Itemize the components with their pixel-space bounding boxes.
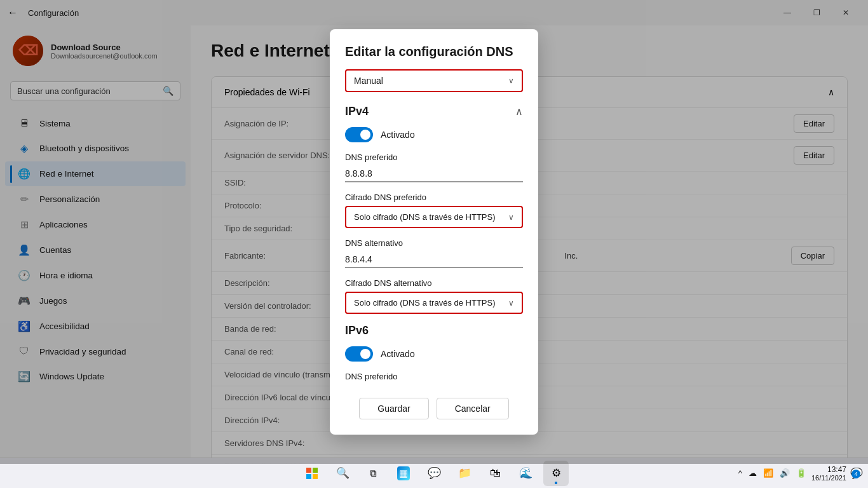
tray-sound-icon[interactable]: 🔊	[778, 467, 791, 479]
mode-dropdown-value: Manual	[354, 76, 383, 86]
ipv6-section-header: IPv6	[345, 324, 523, 337]
cancel-button[interactable]: Cancelar	[437, 398, 509, 419]
taskbar-settings-button[interactable]: ⚙	[543, 461, 569, 486]
tray-cloud-icon[interactable]: ☁	[747, 467, 758, 479]
preferred-enc-chevron: ∨	[508, 213, 514, 222]
taskbar-search-button[interactable]: 🔍	[330, 461, 355, 486]
taskview-icon: ⧉	[370, 468, 377, 479]
ipv4-section-header: IPv4 ∧	[345, 105, 523, 118]
save-button[interactable]: Guardar	[359, 398, 428, 419]
preferred-encryption-dropdown[interactable]: Solo cifrado (DNS a través de HTTPS) ∨	[345, 206, 523, 228]
ipv4-collapse-icon[interactable]: ∧	[515, 105, 523, 118]
preferred-dns-input[interactable]	[345, 166, 523, 182]
alternate-encryption-label: Cifrado DNS alternativo	[345, 278, 523, 288]
preferred-dns-label: DNS preferido	[345, 152, 523, 162]
taskbar-taskview-button[interactable]: ⧉	[360, 461, 386, 486]
tray-battery-icon[interactable]: 🔋	[795, 467, 808, 479]
store-icon: 🛍	[490, 467, 501, 480]
taskbar-teams-button[interactable]: 💬	[421, 461, 447, 486]
time-area[interactable]: 13:47 16/11/2021	[811, 465, 846, 482]
system-tray: ^ ☁ 📶 🔊 🔋	[737, 467, 808, 479]
tray-wifi-icon[interactable]: 📶	[762, 467, 775, 479]
mode-dropdown[interactable]: Manual ∨	[345, 69, 523, 92]
teams-icon: 💬	[428, 466, 441, 480]
alternate-encryption-value: Solo cifrado (DNS a través de HTTPS)	[354, 298, 496, 308]
ipv6-preferred-dns-label: DNS preferido	[345, 372, 523, 381]
alternate-dns-input[interactable]	[345, 252, 523, 268]
alternate-dns-label: DNS alternativo	[345, 238, 523, 248]
taskbar-store-button[interactable]: 🛍	[482, 461, 508, 486]
ipv4-title: IPv4	[345, 105, 369, 118]
taskbar-right: ^ ☁ 📶 🔊 🔋 13:47 16/11/2021 💬 4	[737, 465, 863, 482]
taskbar-widgets-button[interactable]: ▦	[391, 461, 416, 486]
svg-rect-0	[306, 468, 311, 473]
svg-rect-1	[313, 468, 318, 473]
ipv6-toggle[interactable]	[345, 346, 373, 362]
edge-icon: 🌊	[519, 466, 532, 480]
ipv6-title: IPv6	[345, 324, 369, 337]
settings-taskbar-icon: ⚙	[552, 466, 561, 480]
modal-overlay: Editar la configuración DNS Manual ∨ IPv…	[0, 0, 868, 464]
alternate-encryption-dropdown[interactable]: Solo cifrado (DNS a través de HTTPS) ∨	[345, 292, 523, 314]
taskbar-explorer-button[interactable]: 📁	[452, 461, 477, 486]
clock-time: 13:47	[811, 465, 846, 474]
taskbar-edge-button[interactable]: 🌊	[513, 461, 538, 486]
explorer-icon: 📁	[458, 466, 471, 480]
tray-chevron-icon[interactable]: ^	[737, 467, 743, 479]
notification-badge: 4	[851, 470, 860, 478]
ipv4-toggle-label: Activado	[381, 130, 415, 140]
dialog-footer: Guardar Cancelar	[330, 385, 538, 435]
preferred-encryption-value: Solo cifrado (DNS a través de HTTPS)	[354, 212, 496, 222]
mode-dropdown-chevron: ∨	[508, 76, 514, 85]
alt-enc-chevron: ∨	[508, 299, 514, 308]
notification-area[interactable]: 💬 4	[850, 467, 863, 479]
taskbar-center: 🔍 ⧉ ▦ 💬 📁 🛍 🌊 ⚙	[299, 461, 569, 486]
svg-rect-2	[306, 474, 311, 479]
taskbar-search-icon: 🔍	[336, 466, 349, 480]
ipv4-toggle-row: Activado	[345, 127, 523, 142]
dns-dialog: Editar la configuración DNS Manual ∨ IPv…	[330, 29, 538, 435]
preferred-encryption-label: Cifrado DNS preferido	[345, 193, 523, 202]
widgets-icon: ▦	[397, 466, 410, 480]
ipv6-toggle-label: Activado	[381, 349, 415, 359]
ipv6-section: IPv6 Activado DNS preferido	[345, 324, 523, 381]
ipv6-toggle-row: Activado	[345, 346, 523, 362]
ipv4-toggle[interactable]	[345, 127, 373, 142]
clock-date: 16/11/2021	[811, 474, 846, 482]
dialog-title: Editar la configuración DNS	[345, 44, 523, 59]
start-button[interactable]	[299, 461, 325, 486]
svg-rect-3	[313, 474, 318, 479]
